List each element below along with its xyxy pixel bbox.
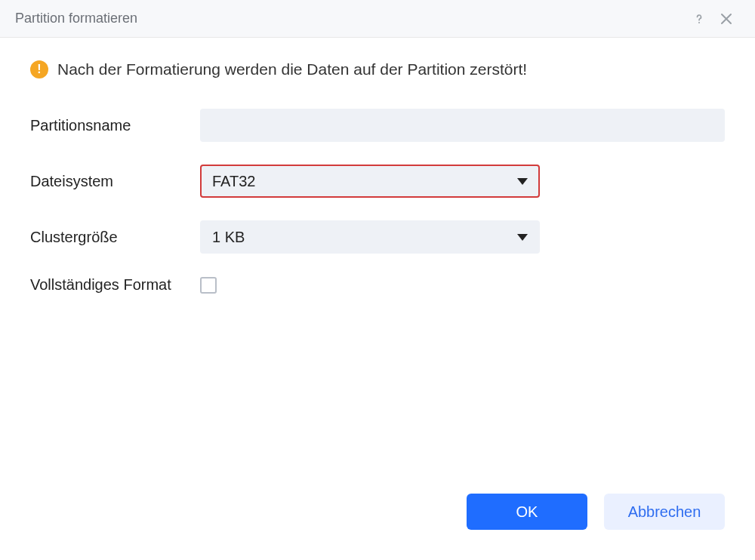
row-vollstaendiges-format: Vollständiges Format	[30, 276, 725, 294]
form: Partitionsname Dateisystem FAT32 Cluster…	[30, 109, 725, 294]
warning-icon: !	[30, 60, 48, 78]
label-partitionsname: Partitionsname	[30, 117, 200, 134]
label-dateisystem: Dateisystem	[30, 173, 200, 190]
row-dateisystem: Dateisystem FAT32	[30, 165, 725, 198]
clustergroesse-select[interactable]: 1 KB	[200, 220, 540, 254]
ok-button[interactable]: OK	[467, 494, 587, 530]
clustergroesse-value: 1 KB	[212, 229, 517, 246]
chevron-down-icon	[517, 178, 528, 185]
window-title: Partition formatieren	[15, 11, 686, 26]
titlebar: Partition formatieren	[0, 0, 755, 38]
row-clustergroesse: Clustergröße 1 KB	[30, 220, 725, 254]
help-icon	[692, 11, 707, 26]
dialog-content: ! Nach der Formatierung werden die Daten…	[0, 38, 755, 560]
cancel-button[interactable]: Abbrechen	[604, 494, 725, 530]
partitionsname-input[interactable]	[200, 109, 725, 142]
row-partitionsname: Partitionsname	[30, 109, 725, 142]
close-icon	[720, 12, 733, 26]
dateisystem-value: FAT32	[212, 173, 517, 190]
button-row: OK Abbrechen	[30, 478, 725, 552]
warning-text: Nach der Formatierung werden die Daten a…	[57, 60, 527, 78]
dateisystem-select[interactable]: FAT32	[200, 165, 540, 198]
svg-point-0	[698, 22, 700, 23]
close-button[interactable]	[713, 5, 740, 32]
dialog-window: Partition formatieren ! Nach der Formati…	[0, 0, 755, 560]
label-vollstaendiges-format: Vollständiges Format	[30, 276, 200, 294]
chevron-down-icon	[517, 234, 528, 241]
warning-row: ! Nach der Formatierung werden die Daten…	[30, 60, 725, 78]
vollstaendiges-format-checkbox[interactable]	[200, 277, 217, 294]
label-clustergroesse: Clustergröße	[30, 229, 200, 246]
help-button[interactable]	[686, 5, 713, 32]
